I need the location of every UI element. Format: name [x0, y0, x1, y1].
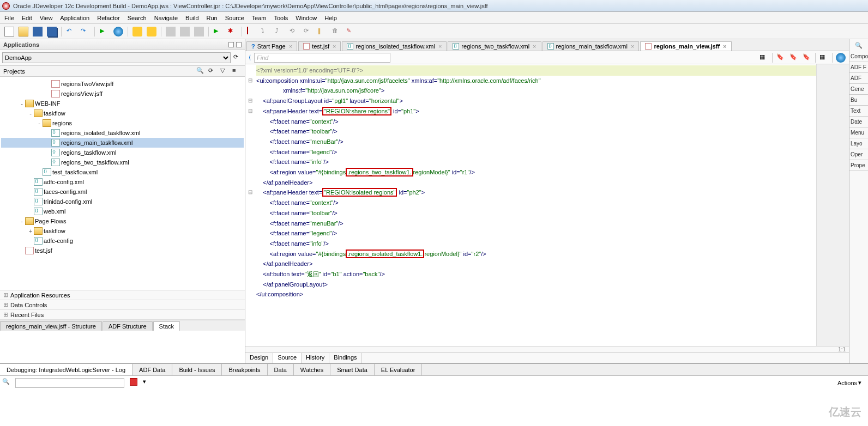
- menu-window[interactable]: Window: [296, 15, 317, 21]
- tab-close-icon[interactable]: ×: [723, 43, 726, 50]
- menu-tools[interactable]: Tools: [274, 15, 288, 21]
- tab-close-icon[interactable]: ×: [333, 43, 336, 50]
- right-section[interactable]: Gene: [849, 84, 868, 95]
- code-editor[interactable]: ⊟⊟⊟⊟ <?xml version='1.0' encoding='UTF-8…: [245, 64, 816, 346]
- code-line[interactable]: <af:region value="#{bindings.regions_iso…: [256, 249, 816, 259]
- debug-tab[interactable]: Smart Data: [330, 364, 375, 375]
- debug-tab[interactable]: Debugging: IntegratedWebLogicServer - Lo…: [0, 364, 132, 375]
- debug-actions-menu[interactable]: Actions ▾: [833, 378, 866, 387]
- tree-item[interactable]: regions_two_taskflow.xml: [1, 157, 244, 167]
- code-line[interactable]: <af:panelHeader text="REGION:isolated re…: [256, 187, 816, 198]
- sql-icon[interactable]: [147, 27, 156, 36]
- tree-item[interactable]: regions_taskflow.xml: [1, 148, 244, 157]
- globe-icon[interactable]: [113, 27, 123, 36]
- wand-icon[interactable]: ✎: [346, 27, 355, 36]
- tab-close-icon[interactable]: ×: [533, 43, 536, 50]
- bookmark-next-icon[interactable]: 🔖: [789, 53, 799, 63]
- code-line[interactable]: <f:facet name="toolbar"/>: [256, 126, 816, 137]
- proj-sort-icon[interactable]: ≡: [232, 66, 242, 76]
- tree-toggle-icon[interactable]: +: [27, 228, 34, 234]
- minimap[interactable]: [816, 64, 849, 346]
- step-icon[interactable]: ⤵: [261, 27, 270, 36]
- code-line[interactable]: <f:facet name="context"/>: [256, 117, 816, 127]
- editor-mode-tab-bindings[interactable]: Bindings: [329, 353, 361, 363]
- code-line[interactable]: </af:panelHeader>: [256, 178, 816, 188]
- tree-item[interactable]: -regions: [1, 118, 244, 128]
- tree-toggle-icon[interactable]: -: [36, 120, 43, 126]
- debug-tab[interactable]: Data: [268, 364, 294, 375]
- menu-refactor[interactable]: Refactor: [97, 15, 120, 21]
- tab-close-icon[interactable]: ×: [631, 43, 634, 50]
- editor-tab[interactable]: regions_main_taskflow.xml×: [542, 41, 640, 51]
- fold-gutter-icon[interactable]: ⊟: [245, 96, 255, 106]
- tree-item[interactable]: -WEB-INF: [1, 99, 244, 108]
- tree-item[interactable]: adfc-config.xml: [1, 177, 244, 187]
- proj-refresh-icon[interactable]: ⟳: [208, 66, 218, 76]
- debug-stop-dropdown[interactable]: ▾: [143, 378, 146, 385]
- fold-gutter-icon[interactable]: ⊟: [245, 106, 255, 117]
- grid-icon[interactable]: ▦: [819, 53, 829, 63]
- right-section[interactable]: Prope: [849, 160, 868, 171]
- right-section[interactable]: Text: [849, 106, 868, 117]
- tab-close-icon[interactable]: ×: [438, 43, 442, 50]
- tree-toggle-icon[interactable]: -: [19, 218, 25, 224]
- tool-a-icon[interactable]: [166, 27, 176, 36]
- code-line[interactable]: <af:panelGroupLayout id="pgl1" layout="h…: [256, 96, 816, 106]
- right-section[interactable]: Menu: [849, 127, 868, 138]
- tree-item[interactable]: adfc-config: [1, 236, 244, 246]
- code-line[interactable]: <f:facet name="legend"/>: [256, 228, 816, 239]
- accordion-application-resources[interactable]: ⊞Application Resources: [0, 290, 245, 300]
- editor-mode-tab-design[interactable]: Design: [245, 353, 273, 363]
- menu-team[interactable]: Team: [252, 15, 267, 21]
- editor-tab[interactable]: regions_isolated_taskflow.xml×: [342, 41, 447, 51]
- new-icon[interactable]: [4, 27, 14, 36]
- tree-item[interactable]: -taskflow: [1, 108, 244, 118]
- code-line[interactable]: <af:region value="#{bindings.regions_two…: [256, 167, 816, 178]
- menu-file[interactable]: File: [4, 15, 14, 21]
- project-tree[interactable]: regionsTwoView.jsffregionsView.jsff-WEB-…: [0, 77, 245, 290]
- debug-search-input[interactable]: [15, 378, 124, 388]
- editor-mode-tab-source[interactable]: Source: [273, 353, 302, 363]
- right-search[interactable]: 🔍: [849, 39, 868, 51]
- structure-tab[interactable]: ADF Structure: [103, 321, 153, 331]
- step2-icon[interactable]: ⤴: [275, 27, 285, 36]
- menu-build[interactable]: Build: [185, 15, 198, 21]
- tree-item[interactable]: web.xml: [1, 206, 244, 216]
- pause-icon[interactable]: ‖: [317, 27, 327, 36]
- code-line[interactable]: <?xml version='1.0' encoding='UTF-8'?>: [256, 65, 816, 76]
- editor-tab[interactable]: regions_two_taskflow.xml×: [448, 41, 541, 51]
- code-line[interactable]: xmlns:f="http://java.sun.com/jsf/core">: [256, 86, 816, 96]
- menu-application[interactable]: Application: [60, 15, 89, 21]
- tree-toggle-icon[interactable]: -: [19, 100, 25, 107]
- trash-icon[interactable]: 🗑: [331, 27, 341, 36]
- tool-b-icon[interactable]: [180, 27, 190, 36]
- code-line[interactable]: </af:panelGroupLayout>: [256, 279, 816, 290]
- code-line[interactable]: <f:facet name="toolbar"/>: [256, 208, 816, 218]
- accordion-recent-files[interactable]: ⊞Recent Files: [0, 310, 245, 320]
- find-input[interactable]: [254, 53, 390, 63]
- menu-search[interactable]: Search: [128, 15, 147, 21]
- code-line[interactable]: <f:facet name="menuBar"/>: [256, 137, 816, 147]
- code-line[interactable]: <ui:composition xmlns:ui="http://java.su…: [256, 76, 816, 86]
- structure-tab[interactable]: regions_main_view.jsff - Structure: [0, 321, 102, 331]
- tree-item[interactable]: trinidad-config.xml: [1, 197, 244, 206]
- tab-close-icon[interactable]: ×: [289, 43, 292, 50]
- menu-edit[interactable]: Edit: [22, 15, 32, 21]
- code-line[interactable]: <f:facet name="menuBar"/>: [256, 218, 816, 229]
- debug-icon[interactable]: ✱: [227, 27, 237, 36]
- find-prev-icon[interactable]: ⟨: [249, 54, 251, 61]
- menu-navigate[interactable]: Navigate: [154, 15, 178, 21]
- proj-filter-icon[interactable]: ▽: [220, 66, 230, 76]
- save-icon[interactable]: [33, 27, 43, 36]
- open-icon[interactable]: [19, 27, 28, 36]
- debug-search-icon[interactable]: 🔍: [2, 378, 10, 385]
- bookmark-icon[interactable]: 🔖: [776, 53, 786, 63]
- db-icon[interactable]: [132, 27, 142, 36]
- run-icon[interactable]: ▶: [99, 27, 109, 36]
- step3-icon[interactable]: ⟲: [289, 27, 299, 36]
- code-line[interactable]: <f:facet name="context"/>: [256, 198, 816, 208]
- right-section[interactable]: Bu: [849, 95, 868, 106]
- right-section[interactable]: Oper: [849, 149, 868, 160]
- panel-close-icon[interactable]: [236, 42, 242, 47]
- right-section[interactable]: Date: [849, 117, 868, 127]
